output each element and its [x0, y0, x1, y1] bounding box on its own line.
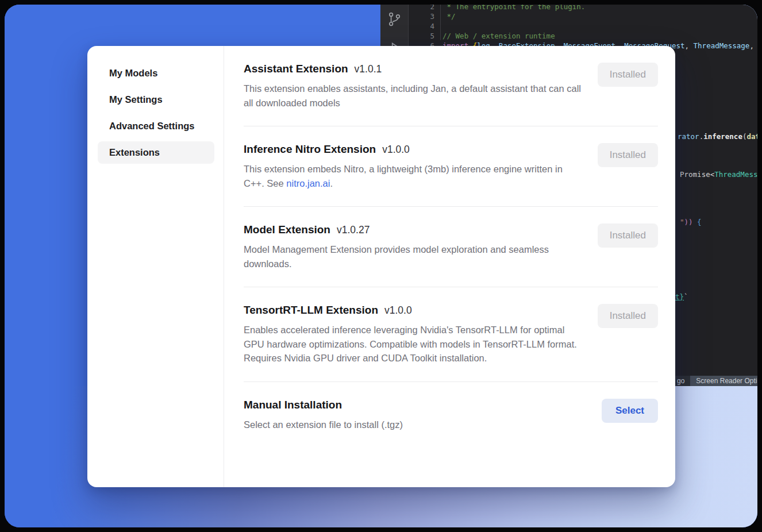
code-fragment: Promise<ThreadMessage>: [680, 170, 757, 179]
extension-version: v1.0.1: [355, 63, 382, 75]
settings-sidebar: My ModelsMy SettingsAdvanced SettingsExt…: [87, 46, 224, 487]
screen-reader-status-item[interactable]: Screen Reader Optimized: [690, 376, 757, 386]
source-control-icon[interactable]: [387, 11, 402, 28]
manual-installation-title: Manual Installation: [244, 399, 342, 411]
extension-row: Model Extensionv1.0.27 Model Management …: [244, 207, 658, 287]
extension-name: Inference Nitro Extension: [244, 143, 376, 155]
extension-version: v1.0.27: [337, 224, 370, 236]
app-window: 2 * The entrypoint for the plugin.3 */45…: [5, 5, 757, 527]
extension-row: Assistant Extensionv1.0.1 This extension…: [244, 46, 658, 126]
extension-name: Model Extension: [244, 223, 330, 236]
sidebar-item-my-models[interactable]: My Models: [98, 62, 214, 84]
code-fragment: ")) {: [680, 218, 702, 226]
extension-description: This extension embeds Nitro, a lightweig…: [244, 162, 584, 190]
editor-code-lines: 2 * The entrypoint for the plugin.3 */45…: [414, 5, 757, 51]
extension-name: TensortRT-LLM Extension: [244, 304, 378, 316]
extensions-list: Assistant Extensionv1.0.1 This extension…: [224, 46, 675, 487]
settings-modal: My ModelsMy SettingsAdvanced SettingsExt…: [87, 46, 675, 487]
installed-button: Installed: [598, 63, 658, 87]
nitro-jan-ai-link[interactable]: nitro.jan.ai: [286, 178, 330, 188]
extension-description: Enables accelerated inference leveraging…: [244, 323, 584, 365]
manual-installation-description: Select an extension file to install (.tg…: [244, 418, 403, 432]
sidebar-item-advanced-settings[interactable]: Advanced Settings: [98, 115, 214, 137]
extension-description: This extension enables assistants, inclu…: [244, 82, 584, 110]
installed-button: Installed: [598, 223, 658, 248]
code-fragment: rator.inference(data));: [678, 132, 757, 141]
extension-row: Inference Nitro Extensionv1.0.0 This ext…: [244, 126, 658, 207]
extension-row: TensortRT-LLM Extensionv1.0.0 Enables ac…: [244, 287, 658, 382]
sidebar-item-my-settings[interactable]: My Settings: [98, 88, 214, 111]
extension-description: Model Management Extension provides mode…: [244, 242, 584, 271]
installed-button: Installed: [598, 143, 658, 167]
manual-installation-row: Manual Installation Select an extension …: [244, 382, 658, 448]
sidebar-item-extensions[interactable]: Extensions: [98, 141, 214, 164]
installed-button: Installed: [598, 304, 658, 328]
select-file-button[interactable]: Select: [602, 399, 658, 423]
extension-name: Assistant Extension: [244, 63, 348, 75]
extension-version: v1.0.0: [384, 304, 412, 316]
extension-version: v1.0.0: [382, 144, 410, 155]
code-fragment: t}`: [675, 292, 688, 301]
